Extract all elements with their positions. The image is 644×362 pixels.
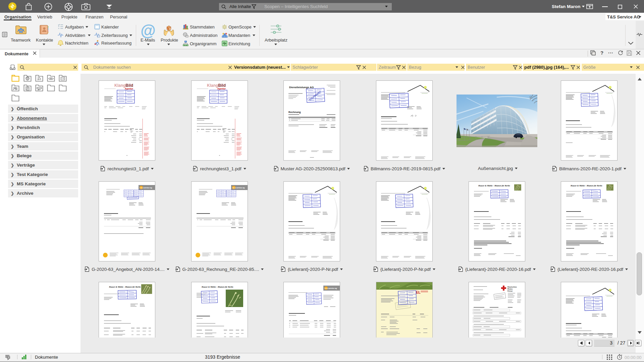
svg-text:Hauser & Mühle – Blumen für Be: Hauser & Mühle – Blumen für Berlin xyxy=(478,185,510,187)
svg-text:Agentur: Agentur xyxy=(217,87,226,90)
svg-text:Hauser & Mühle – Blumen für Be: Hauser & Mühle – Blumen für Berlin xyxy=(201,286,233,288)
svg-text:t & s: t & s xyxy=(232,187,236,189)
svg-text:service ag: service ag xyxy=(236,187,245,189)
svg-text:Hauser & Mühle – Blumen für Be: Hauser & Mühle – Blumen für Berlin xyxy=(109,286,141,288)
svg-text:Hauser & Mühle – Blumen für Be: Hauser & Mühle – Blumen für Berlin xyxy=(570,185,602,187)
svg-text:service ag: service ag xyxy=(144,187,152,189)
svg-text:Rechnung: Rechnung xyxy=(288,111,301,114)
svg-text:KlangBild: KlangBild xyxy=(114,83,133,88)
svg-text:t & s: t & s xyxy=(325,287,328,289)
svg-text:Agentur: Agentur xyxy=(125,87,133,90)
svg-text:KlangBild: KlangBild xyxy=(207,83,226,88)
svg-text:service ag: service ag xyxy=(328,287,337,289)
svg-text:t & s: t & s xyxy=(140,187,144,189)
svg-text:Kreuz: Kreuz xyxy=(507,290,513,292)
svg-text:Dienstleistungs AG: Dienstleistungs AG xyxy=(289,86,314,89)
svg-text:EL: EL xyxy=(416,290,421,294)
